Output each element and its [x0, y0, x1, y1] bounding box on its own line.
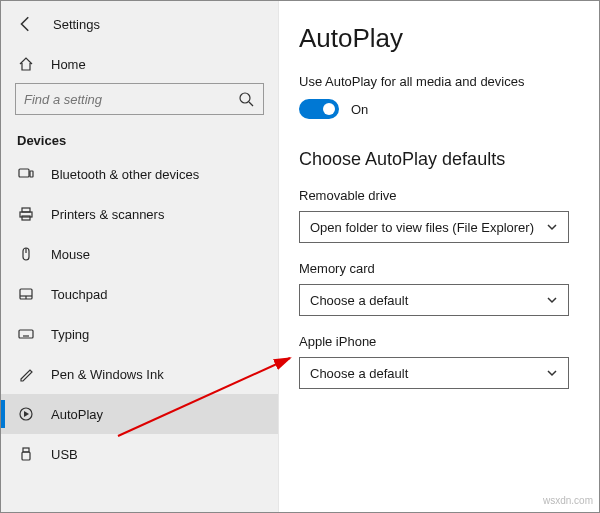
sidebar-item-label: Pen & Windows Ink: [51, 367, 164, 382]
section-title: Choose AutoPlay defaults: [299, 149, 569, 170]
nav-list: Bluetooth & other devices Printers & sca…: [1, 154, 278, 474]
toggle-label: Use AutoPlay for all media and devices: [299, 74, 569, 89]
sidebar-item-pen[interactable]: Pen & Windows Ink: [1, 354, 278, 394]
usb-icon: [17, 445, 35, 463]
sidebar-item-label: AutoPlay: [51, 407, 103, 422]
autoplay-icon: [17, 405, 35, 423]
svg-rect-3: [22, 208, 30, 212]
dropdown-apple-iphone[interactable]: Choose a default: [299, 357, 569, 389]
main-content: AutoPlay Use AutoPlay for all media and …: [279, 1, 599, 512]
sidebar-item-label: Mouse: [51, 247, 90, 262]
autoplay-toggle[interactable]: [299, 99, 339, 119]
svg-rect-17: [23, 448, 29, 452]
window-title: Settings: [53, 17, 100, 32]
sidebar-item-mouse[interactable]: Mouse: [1, 234, 278, 274]
sidebar-item-label: Bluetooth & other devices: [51, 167, 199, 182]
dropdown-memory-card[interactable]: Choose a default: [299, 284, 569, 316]
mouse-icon: [17, 245, 35, 263]
search-icon: [237, 90, 255, 108]
category-header: Devices: [1, 125, 278, 154]
field-label-memory: Memory card: [299, 261, 569, 276]
toggle-state: On: [351, 102, 368, 117]
svg-rect-18: [22, 452, 30, 460]
chevron-down-icon: [546, 367, 558, 379]
home-icon: [17, 55, 35, 73]
chevron-down-icon: [546, 221, 558, 233]
search-box[interactable]: [15, 83, 264, 115]
svg-rect-2: [30, 171, 33, 177]
dropdown-value: Open folder to view files (File Explorer…: [310, 220, 534, 235]
sidebar-item-printers[interactable]: Printers & scanners: [1, 194, 278, 234]
svg-point-0: [240, 93, 250, 103]
dropdown-value: Choose a default: [310, 293, 408, 308]
printer-icon: [17, 205, 35, 223]
svg-rect-1: [19, 169, 29, 177]
back-button[interactable]: [17, 15, 35, 33]
dropdown-value: Choose a default: [310, 366, 408, 381]
pen-icon: [17, 365, 35, 383]
sidebar-item-bluetooth[interactable]: Bluetooth & other devices: [1, 154, 278, 194]
home-nav[interactable]: Home: [1, 45, 278, 83]
touchpad-icon: [17, 285, 35, 303]
watermark: wsxdn.com: [543, 495, 593, 506]
svg-rect-11: [19, 330, 33, 338]
sidebar-item-label: Printers & scanners: [51, 207, 164, 222]
page-title: AutoPlay: [299, 23, 569, 54]
toggle-knob: [323, 103, 335, 115]
keyboard-icon: [17, 325, 35, 343]
home-label: Home: [51, 57, 86, 72]
sidebar-item-usb[interactable]: USB: [1, 434, 278, 474]
search-input[interactable]: [24, 92, 237, 107]
sidebar-item-label: Typing: [51, 327, 89, 342]
field-label-iphone: Apple iPhone: [299, 334, 569, 349]
sidebar: Settings Home Devices Bluetooth & oth: [1, 1, 279, 512]
sidebar-item-touchpad[interactable]: Touchpad: [1, 274, 278, 314]
dropdown-removable-drive[interactable]: Open folder to view files (File Explorer…: [299, 211, 569, 243]
sidebar-item-label: Touchpad: [51, 287, 107, 302]
sidebar-item-typing[interactable]: Typing: [1, 314, 278, 354]
sidebar-item-autoplay[interactable]: AutoPlay: [1, 394, 278, 434]
chevron-down-icon: [546, 294, 558, 306]
field-label-removable: Removable drive: [299, 188, 569, 203]
sidebar-item-label: USB: [51, 447, 78, 462]
devices-icon: [17, 165, 35, 183]
